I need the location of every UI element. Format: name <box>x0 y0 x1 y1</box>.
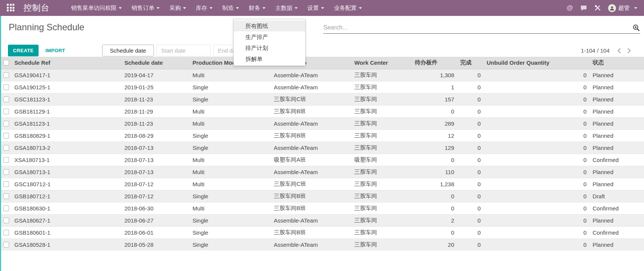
cell-schedule-date: 2018-11-23 <box>121 93 189 105</box>
row-checkbox[interactable] <box>3 193 9 199</box>
pager-next-icon[interactable] <box>627 48 632 54</box>
row-checkbox[interactable] <box>3 84 9 90</box>
table-row[interactable]: GSA180627-12018-06-27SingleAssemble-ATea… <box>0 214 644 226</box>
pager-range: 1-104 / 104 <box>581 47 610 54</box>
nav-menu-label: 库存 <box>196 5 207 12</box>
cell-unbuild-qty: 0 <box>484 238 590 251</box>
cell-unbuild-qty: 0 <box>484 154 590 166</box>
table-row[interactable]: GSA181123-12018-11-23MultiAssemble-ATeam… <box>0 117 644 129</box>
cell-production-mode: Single <box>189 129 271 142</box>
dropdown-item[interactable]: 排产计划 <box>234 42 305 53</box>
cell-work-center: 三胺车间 <box>351 69 412 81</box>
nav-menu-label: 业务配置 <box>334 5 357 12</box>
cell-schedule-ref: GSC181123-1 <box>11 93 121 105</box>
nav-menu-item-6[interactable]: 主数据 <box>270 0 303 16</box>
cell-pending-panels: 2 <box>412 214 457 226</box>
cell-work-group: 三胺车间B班 <box>271 190 351 202</box>
row-checkbox[interactable] <box>3 97 9 102</box>
row-checkbox[interactable] <box>3 109 9 114</box>
dropdown-item[interactable]: 拆解单 <box>234 53 305 64</box>
user-menu[interactable]: 超管 <box>608 4 637 12</box>
nav-menu-item-0[interactable]: 销售菜单访问权限 <box>66 0 127 16</box>
search-input[interactable] <box>323 24 632 31</box>
start-date-input[interactable] <box>157 45 211 56</box>
cell-schedule-date: 2018-07-13 <box>121 166 189 178</box>
table-row[interactable]: GSC180712-12018-07-12Multi三胺车间C班三胺车间1,23… <box>0 178 644 190</box>
row-checkbox[interactable] <box>3 72 9 78</box>
cell-work-group: 三胺车间C班 <box>271 93 351 105</box>
row-checkbox[interactable] <box>3 206 9 211</box>
cell-pending-panels: 0 <box>412 202 457 214</box>
nav-menu-item-5[interactable]: 财务 <box>244 0 270 16</box>
cell-work-center: 三胺车间 <box>351 238 412 251</box>
select-all-checkbox[interactable] <box>3 60 9 65</box>
table-row[interactable]: XSA180713-12018-07-13Multi吸塑车间A班吸塑车间000C… <box>0 154 644 166</box>
nav-menu-item-7[interactable]: 设置 <box>303 0 329 16</box>
table-row[interactable]: GSB180630-12018-06-30Multi三胺车间B班三胺车间000C… <box>0 202 644 214</box>
nav-menu-label: 主数据 <box>275 5 292 12</box>
table-row[interactable]: GSA190417-12019-04-17MultiAssemble-ATeam… <box>0 69 644 81</box>
app-title[interactable]: 控制台 <box>23 2 50 14</box>
cell-schedule-date: 2018-07-12 <box>121 190 189 202</box>
nav-menu-item-3[interactable]: 库存 <box>191 0 217 16</box>
table-row[interactable]: GSA190125-12019-01-25SingleAssemble-ATea… <box>0 81 644 93</box>
cell-work-group: Assemble-ATeam <box>271 214 351 226</box>
cell-work-group: Assemble-ATeam <box>271 166 351 178</box>
cell-schedule-ref: GSB180601-1 <box>11 226 121 238</box>
row-checkbox[interactable] <box>3 145 9 151</box>
import-button[interactable]: IMPORT <box>43 45 70 56</box>
cell-pending-panels: 1,238 <box>412 178 457 190</box>
top-navbar: 控制台 销售菜单访问权限销售订单采购库存制造财务主数据设置业务配置 @ <box>0 0 644 16</box>
cell-unbuild-qty: 0 <box>484 142 590 154</box>
row-checkbox[interactable] <box>3 181 9 187</box>
cell-unbuild-qty: 0 <box>484 202 590 214</box>
tools-icon[interactable] <box>594 5 601 11</box>
cell-schedule-date: 2018-07-13 <box>121 142 189 154</box>
table-row[interactable]: GSC181123-12018-11-23Single三胺车间C班三胺车间157… <box>0 93 644 105</box>
user-avatar <box>608 4 616 12</box>
cell-done: 0 <box>457 81 484 93</box>
table-row[interactable]: GSB180601-12018-06-01Single三胺车间B班三胺车间000… <box>0 226 644 238</box>
table-row[interactable]: GSA180713-22018-07-13SingleAssemble-ATea… <box>0 142 644 154</box>
dropdown-item[interactable]: 所有图纸 <box>234 20 305 31</box>
row-checkbox[interactable] <box>3 133 9 139</box>
table-row[interactable]: GSB180712-12018-07-12Single三胺车间B班三胺车间000… <box>0 190 644 202</box>
cell-work-group: Assemble-ATeam <box>271 117 351 129</box>
cell-work-group: Assemble-ATeam <box>271 238 351 251</box>
cell-schedule-date: 2018-07-13 <box>121 154 189 166</box>
table-row[interactable]: GSA180713-12018-07-13MultiAssemble-ATeam… <box>0 166 644 178</box>
cell-work-center: 三胺车间 <box>351 142 412 154</box>
apps-grid-icon[interactable] <box>7 4 15 12</box>
mentions-icon[interactable]: @ <box>566 4 573 12</box>
schedule-date-filter-button[interactable]: Schedule date <box>102 45 154 56</box>
cell-work-group: Assemble-ATeam <box>271 69 351 81</box>
cell-pending-panels: 0 <box>412 226 457 238</box>
messages-icon[interactable] <box>580 5 587 11</box>
cell-schedule-ref: GSA180528-1 <box>11 238 121 251</box>
table-row[interactable]: GSA180528-12018-05-28SingleAssemble-ATea… <box>0 238 644 251</box>
cell-state: Planned <box>590 238 644 251</box>
row-checkbox[interactable] <box>3 242 9 248</box>
table-row[interactable]: GSB180829-12018-08-29Single三胺车间B班三胺车间120… <box>0 129 644 142</box>
cell-unbuild-qty: 0 <box>484 214 590 226</box>
cell-pending-panels: 110 <box>412 166 457 178</box>
row-checkbox[interactable] <box>3 218 9 223</box>
cell-schedule-date: 2018-05-28 <box>121 238 189 251</box>
create-button[interactable]: CREATE <box>8 45 39 56</box>
nav-menu-item-4[interactable]: 制造 <box>217 0 244 16</box>
pager-prev-icon[interactable] <box>617 48 622 54</box>
column-header: 状态 <box>590 57 644 69</box>
row-checkbox[interactable] <box>3 121 9 126</box>
nav-menu-item-2[interactable]: 采购 <box>164 0 191 16</box>
nav-menu-label: 设置 <box>307 5 319 12</box>
row-checkbox[interactable] <box>3 157 9 163</box>
row-checkbox[interactable] <box>3 169 9 175</box>
row-checkbox[interactable] <box>3 230 9 235</box>
nav-menu-item-8[interactable]: 业务配置 <box>329 0 367 16</box>
planning-schedule-screen: 控制台 销售菜单访问权限销售订单采购库存制造财务主数据设置业务配置 @ <box>0 0 644 271</box>
search-icon[interactable] <box>632 24 640 32</box>
nav-menu-item-1[interactable]: 销售订单 <box>127 0 164 16</box>
dropdown-item[interactable]: 生产排产 <box>234 31 305 42</box>
table-row[interactable]: GSB181129-12018-11-29Multi三胺车间B班三胺车间000P… <box>0 105 644 117</box>
cell-pending-panels: 1,308 <box>412 69 457 81</box>
